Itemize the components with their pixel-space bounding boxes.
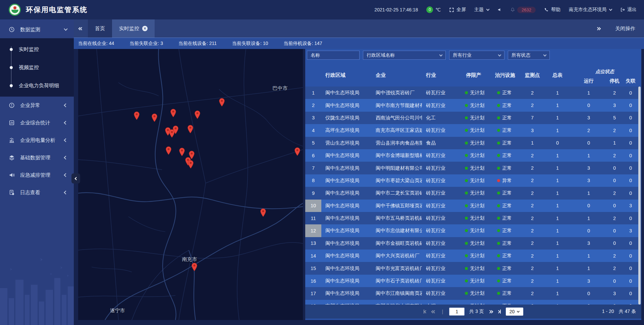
map-pin[interactable] xyxy=(260,208,266,217)
sidebar-subitem-realtime[interactable]: 实时监控 xyxy=(0,40,74,58)
region-filter-select[interactable]: 行政区域名称 xyxy=(363,51,446,60)
cell-run-count: 0 xyxy=(571,203,606,208)
table-row[interactable]: 5营山生态环境局营山县润丰肉食品有限食品无计划正常10010 xyxy=(305,137,639,149)
sidebar-item-logs[interactable]: 日志查看 xyxy=(0,184,74,201)
notification-area[interactable]: 2632 xyxy=(511,7,536,13)
map-roads xyxy=(78,49,303,320)
tab-label: 实时监控 xyxy=(119,25,139,32)
cell-facility-status: 正常 xyxy=(490,90,521,96)
industry-filter-select[interactable]: 所有行业 xyxy=(449,51,504,60)
cell-region: 阆中生态环境局 xyxy=(321,227,372,234)
table-row[interactable]: 7阆中生态环境局阆中明阳建材有限公司砖瓦行业无计划正常21300 xyxy=(305,162,639,174)
table-row[interactable]: 4高坪生态环境局南充市高坪区王家店建砖瓦行业无计划正常31220 xyxy=(305,124,639,137)
content: 巴中市南充市遂宁市 名称 行政区域名称 所有行业 xyxy=(74,49,644,325)
cell-facility-status: 正常 xyxy=(490,115,521,121)
status-dot xyxy=(497,104,500,107)
table-row[interactable]: 6阆中生态环境局阆中市金博瑞新型墙材砖瓦行业无计划正常21120 xyxy=(305,149,639,162)
next-page-button[interactable] xyxy=(489,311,493,313)
row-number: 7 xyxy=(305,162,321,174)
fullscreen-button[interactable]: 全屏 xyxy=(449,7,466,13)
map-pin[interactable] xyxy=(133,111,140,120)
sidebar-item-power-analysis[interactable]: 企业用电量分析 xyxy=(0,131,74,149)
col-header: 总表 xyxy=(544,64,571,87)
status-filter-select[interactable]: 所有状态 xyxy=(508,51,550,60)
tab-realtime-monitor[interactable]: 实时监控 xyxy=(112,19,155,38)
table-row[interactable]: 2阆中生态环境局阆中市南方节能建材有砖瓦行业无计划正常21030 xyxy=(305,99,639,111)
cell-company: 阆中市五马桥页岩机砖 xyxy=(372,215,422,221)
logout-button[interactable]: 退出 xyxy=(620,7,637,13)
tab-scroll-right-button[interactable] xyxy=(596,28,600,30)
page-number-input[interactable]: 1 xyxy=(449,308,465,316)
cell-facility-status: 正常 xyxy=(490,240,521,247)
cell-lost-count: 0 xyxy=(623,140,639,146)
total-pages-label: 共 3 页 xyxy=(469,309,484,315)
map-pin[interactable] xyxy=(219,98,225,107)
table-row[interactable]: 8阆中生态环境局阆中市枣碧大梁山页岩砖瓦行业无计划异常21300 xyxy=(305,174,639,187)
sidebar-item-base-data[interactable]: 基础数据管理 xyxy=(0,149,74,166)
table-row[interactable]: 15阆中生态环境局阆中市光富页岩机砖厂砖瓦行业无计划正常21120 xyxy=(305,262,639,274)
map-pin[interactable] xyxy=(194,110,201,119)
tab-scroll-left-button[interactable] xyxy=(74,19,88,38)
col-subheader: 失联 xyxy=(623,75,639,87)
cell-stop-status: 无计划 xyxy=(458,152,490,159)
cell-stopped-count: 3 xyxy=(606,291,623,296)
sidebar-item-emergency[interactable]: 应急减排管理 xyxy=(0,166,74,184)
theme-menu[interactable]: 主题 xyxy=(474,7,489,13)
map-pin[interactable] xyxy=(165,146,172,155)
cell-lost-count: 3 xyxy=(623,228,639,233)
last-page-button[interactable] xyxy=(497,310,501,314)
table-row[interactable]: 18南部生态环境局南部县瑞华水泥有限公水泥无计划正常21030 xyxy=(305,300,639,305)
map-pin-icon xyxy=(133,111,140,120)
map-pin[interactable] xyxy=(170,109,176,117)
stat-item: 当前停机设备: 147 xyxy=(283,41,322,47)
help-button[interactable]: 帮助 xyxy=(544,7,560,13)
table-row[interactable]: 12阆中生态环境局阆中市忠信建材有限公砖瓦行业无计划正常21003 xyxy=(305,224,639,237)
range-label: 1 - 20 xyxy=(602,309,614,315)
table-row[interactable]: 9阆中生态环境局阆中市二龙长宝页岩砖砖瓦行业无计划正常21120 xyxy=(305,187,639,199)
map-pin[interactable] xyxy=(191,263,198,271)
sidebar-item-data-monitor[interactable]: 数据监测 xyxy=(0,21,74,38)
table-row[interactable]: 10阆中生态环境局阆中千佛镇五郎垭页岩砖瓦行业无计划正常21003 xyxy=(305,200,639,212)
cell-monitor-count: 2 xyxy=(521,90,544,96)
map-pin[interactable] xyxy=(151,113,158,122)
map-pin[interactable] xyxy=(172,125,179,134)
cell-lost-count: 0 xyxy=(623,115,639,120)
map-city-label: 遂宁市 xyxy=(110,308,125,314)
table-row[interactable]: 16阆中生态环境局阆中市石子页岩机砖厂砖瓦行业无计划正常21300 xyxy=(305,275,639,287)
table-body: 1阆中生态环境局阆中强锐页岩砖厂砖瓦行业无计划正常211202阆中生态环境局阆中… xyxy=(305,87,639,305)
status-text: 无计划 xyxy=(470,253,485,259)
status-dot xyxy=(497,267,500,270)
sidebar-item-enterprise-abnormal[interactable]: 企业异常 xyxy=(0,97,74,114)
table-row[interactable]: 3仪陇生态环境局西南油气田分公司川中化工无计划正常71350 xyxy=(305,112,639,124)
speaker-muted-icon[interactable] xyxy=(497,7,502,12)
table-row[interactable]: 1阆中生态环境局阆中强锐页岩砖厂砖瓦行业无计划正常21120 xyxy=(305,87,639,99)
sidebar-item-enterprise-stats[interactable]: 企业综合统计 xyxy=(0,114,74,131)
map-pin[interactable] xyxy=(179,148,185,156)
cell-facility-status: 正常 xyxy=(490,203,521,209)
map-pin[interactable] xyxy=(294,147,301,156)
table-row[interactable]: 17阆中生态环境局阆中市江南镇阆南页岩砖瓦行业无计划正常21030 xyxy=(305,287,639,300)
map[interactable]: 巴中市南充市遂宁市 xyxy=(78,49,303,320)
table-row[interactable]: 13阆中生态环境局阆中市金福旺页岩机砖砖瓦行业无计划正常21300 xyxy=(305,237,639,250)
table-scrollbar[interactable] xyxy=(638,87,641,305)
close-ops-menu[interactable]: 关闭操作 xyxy=(615,25,635,32)
row-number: 13 xyxy=(305,237,321,250)
map-pin[interactable] xyxy=(187,125,194,133)
page-size-select[interactable]: 20 xyxy=(506,308,523,316)
first-page-button[interactable] xyxy=(423,310,427,314)
org-menu[interactable]: 南充市生态环境局 xyxy=(569,7,612,13)
table-row[interactable]: 14阆中生态环境局阆中大兴页岩机砖厂砖瓦行业无计划正常21120 xyxy=(305,250,639,262)
prev-page-button[interactable] xyxy=(432,311,436,313)
map-pin[interactable] xyxy=(187,160,194,169)
table-row[interactable]: 11阆中生态环境局阆中市五马桥页岩机砖砖瓦行业无计划正常21120 xyxy=(305,212,639,224)
name-filter-input[interactable]: 名称 xyxy=(307,51,360,60)
tab-close-icon[interactable] xyxy=(142,26,148,31)
tab-home[interactable]: 首页 xyxy=(88,19,112,38)
sidebar-collapse-button[interactable] xyxy=(71,173,80,183)
chevron-down-icon xyxy=(64,27,67,31)
sidebar-subitem-load-detail[interactable]: 企业电力负荷明细 xyxy=(0,76,74,95)
cell-monitor-count: 7 xyxy=(521,115,544,120)
cell-facility-status: 正常 xyxy=(490,253,521,259)
sidebar-subitem-video[interactable]: 视频监控 xyxy=(0,58,74,76)
stat-value: 147 xyxy=(314,41,322,46)
